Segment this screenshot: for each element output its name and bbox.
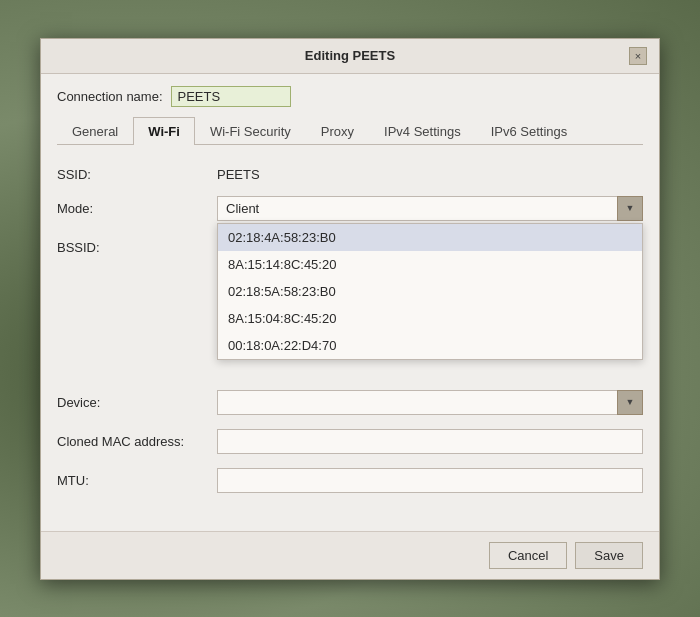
mode-select-wrapper: Client Infrastructure Ad-Hoc AP xyxy=(217,196,643,221)
tab-wifi[interactable]: Wi-Fi xyxy=(133,117,195,145)
ssid-value: PEETS xyxy=(217,167,260,182)
dialog-title: Editing PEETS xyxy=(71,48,629,63)
cloned-mac-input[interactable] xyxy=(217,429,643,454)
form-area: SSID: PEETS Mode: Client Infrastructure … xyxy=(57,155,643,519)
bssid-label: BSSID: xyxy=(57,240,217,255)
mtu-label: MTU: xyxy=(57,473,217,488)
cloned-mac-row: Cloned MAC address: xyxy=(57,429,643,454)
connection-name-input[interactable] xyxy=(171,86,291,107)
tab-bar: General Wi-Fi Wi-Fi Security Proxy IPv4 … xyxy=(57,117,643,145)
bssid-option-5[interactable]: 00:18:0A:22:D4:70 xyxy=(218,332,642,359)
mode-select[interactable]: Client Infrastructure Ad-Hoc AP xyxy=(217,196,643,221)
bssid-option-3[interactable]: 02:18:5A:58:23:B0 xyxy=(218,278,642,305)
bssid-option-4[interactable]: 8A:15:04:8C:45:20 xyxy=(218,305,642,332)
save-button[interactable]: Save xyxy=(575,542,643,569)
close-button[interactable]: × xyxy=(629,47,647,65)
bssid-dropdown: 02:18:4A:58:23:B0 8A:15:14:8C:45:20 02:1… xyxy=(217,223,643,360)
device-label: Device: xyxy=(57,395,217,410)
ssid-row: SSID: PEETS xyxy=(57,167,643,182)
tab-general[interactable]: General xyxy=(57,117,133,145)
editing-dialog: Editing PEETS × Connection name: General… xyxy=(40,38,660,580)
device-select-wrapper xyxy=(217,390,643,415)
connection-name-row: Connection name: xyxy=(57,86,643,107)
cancel-button[interactable]: Cancel xyxy=(489,542,567,569)
mtu-input[interactable] xyxy=(217,468,643,493)
dialog-footer: Cancel Save xyxy=(41,531,659,579)
mtu-row: MTU: xyxy=(57,468,643,493)
device-select[interactable] xyxy=(217,390,643,415)
tab-ipv6[interactable]: IPv6 Settings xyxy=(476,117,583,145)
bssid-option-2[interactable]: 8A:15:14:8C:45:20 xyxy=(218,251,642,278)
mode-label: Mode: xyxy=(57,201,217,216)
cloned-mac-label: Cloned MAC address: xyxy=(57,434,217,449)
mode-row: Mode: Client Infrastructure Ad-Hoc AP xyxy=(57,196,643,221)
tab-wifi-security[interactable]: Wi-Fi Security xyxy=(195,117,306,145)
connection-name-label: Connection name: xyxy=(57,89,163,104)
titlebar: Editing PEETS × xyxy=(41,39,659,74)
ssid-label: SSID: xyxy=(57,167,217,182)
dialog-content: Connection name: General Wi-Fi Wi-Fi Sec… xyxy=(41,74,659,531)
tab-ipv4[interactable]: IPv4 Settings xyxy=(369,117,476,145)
bssid-option-1[interactable]: 02:18:4A:58:23:B0 xyxy=(218,224,642,251)
device-row: Device: xyxy=(57,390,643,415)
tab-proxy[interactable]: Proxy xyxy=(306,117,369,145)
